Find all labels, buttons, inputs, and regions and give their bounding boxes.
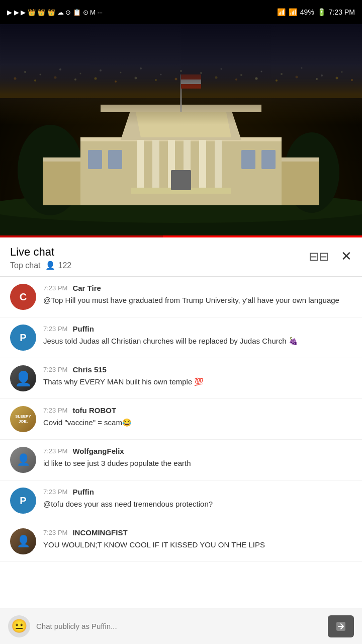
message-body: 7:23 PM Chris 515 Thats why EVERY MAN bu…: [43, 365, 352, 387]
clock: 7:23 PM: [329, 8, 355, 16]
message-meta: 7:23 PM Puffin: [43, 325, 352, 333]
status-bar: ▶ ▶ ▶ 👑 👑 👑 ☁ ⊙ 📋 ⊙ M ··· 📶 📶 49% 🔋 7:23…: [0, 0, 362, 24]
battery-icon: 🔋: [317, 8, 326, 16]
wifi-icon: 📶: [277, 8, 286, 16]
svg-rect-50: [152, 140, 159, 190]
video-progress-bar[interactable]: [0, 235, 362, 237]
message-text: @Top Hill you must have graduated from T…: [43, 295, 352, 305]
svg-rect-57: [108, 150, 122, 169]
message-text: YOU WOULDN;T KNOW COOL IF IT KISSED YOU …: [43, 539, 352, 550]
chat-message: P 7:23 PM Puffin @tofu does your ass nee…: [0, 480, 362, 521]
svg-rect-60: [171, 170, 191, 190]
avatar: 👤: [10, 447, 36, 473]
chat-message: SLEEPYJOE. 7:23 PM tofu ROBOT Covid "vac…: [0, 399, 362, 440]
message-body: 7:23 PM tofu ROBOT Covid "vaccine" = sca…: [43, 406, 352, 428]
message-time: 7:23 PM: [43, 325, 67, 333]
message-body: 7:23 PM WolfgangFelix id like to see jus…: [43, 447, 352, 468]
message-text: @tofu does your ass need tremendous prot…: [43, 499, 352, 509]
chat-messages-list: C 7:23 PM Car Tire @Top Hill you must ha…: [0, 277, 362, 602]
avatar: 👤: [10, 528, 36, 554]
message-meta: 7:23 PM WolfgangFelix: [43, 447, 352, 455]
message-body: 7:23 PM Puffin @tofu does your ass need …: [43, 488, 352, 509]
message-meta: 7:23 PM Puffin: [43, 488, 352, 496]
status-icons-left: ▶ ▶ ▶ 👑 👑 👑 ☁ ⊙ 📋 ⊙ M ···: [7, 9, 103, 16]
message-meta: 7:23 PM Car Tire: [43, 284, 352, 292]
message-text: Thats why EVERY MAN built his own temple…: [43, 376, 352, 387]
message-time: 7:23 PM: [43, 529, 67, 536]
avatar: P: [10, 488, 36, 514]
filter-settings-icon[interactable]: ⊟⊟: [309, 250, 329, 264]
svg-rect-58: [241, 150, 255, 169]
white-house-svg: [0, 24, 362, 235]
header-actions: ⊟⊟ ✕: [309, 249, 352, 264]
message-author: INCOMINGFIST: [72, 528, 127, 537]
message-author: Car Tire: [72, 284, 101, 292]
live-chat-header: Live chat Top chat 👤 122 ⊟⊟ ✕: [0, 237, 362, 277]
message-body: 7:23 PM INCOMINGFIST YOU WOULDN;T KNOW C…: [43, 528, 352, 550]
chat-message: 👤 7:23 PM WolfgangFelix id like to see j…: [0, 440, 362, 480]
chat-input[interactable]: [36, 615, 322, 637]
svg-rect-54: [215, 140, 222, 190]
avatar: P: [10, 325, 36, 351]
emoji-icon: 😐: [11, 618, 27, 634]
chat-message: C 7:23 PM Car Tire @Top Hill you must ha…: [0, 277, 362, 317]
battery-percent: 49%: [300, 8, 314, 16]
top-chat-row: Top chat 👤 122: [10, 261, 71, 270]
message-time: 7:23 PM: [43, 284, 67, 292]
message-time: 7:23 PM: [43, 488, 67, 496]
message-time: 7:23 PM: [43, 447, 67, 455]
message-author: Puffin: [72, 325, 94, 333]
status-info-right: 📶 📶 49% 🔋 7:23 PM: [277, 8, 355, 16]
avatar: SLEEPYJOE.: [10, 406, 36, 432]
top-chat-label[interactable]: Top chat: [10, 261, 40, 270]
message-author: tofu ROBOT: [72, 406, 116, 415]
svg-rect-59: [261, 150, 276, 169]
message-time: 7:23 PM: [43, 407, 67, 414]
message-text: Jesus told Judas all Christian churches …: [43, 336, 352, 346]
emoji-button[interactable]: 😐: [8, 615, 30, 637]
chat-input-bar: 😐: [0, 608, 362, 644]
svg-rect-67: [0, 24, 362, 125]
signal-icon: 📶: [289, 8, 297, 16]
message-meta: 7:23 PM tofu ROBOT: [43, 406, 352, 415]
video-frame: [0, 24, 362, 235]
message-author: Puffin: [72, 488, 94, 496]
close-chat-button[interactable]: ✕: [341, 249, 352, 264]
send-button[interactable]: [328, 615, 354, 637]
message-body: 7:23 PM Car Tire @Top Hill you must have…: [43, 284, 352, 305]
message-time: 7:23 PM: [43, 366, 67, 373]
message-text: id like to see just 3 dudes populate the…: [43, 458, 352, 468]
svg-rect-53: [199, 140, 206, 190]
chat-title-area: Live chat Top chat 👤 122: [10, 246, 71, 270]
send-icon: [335, 620, 347, 632]
chat-message: 👤 7:23 PM INCOMINGFIST YOU WOULDN;T KNOW…: [0, 521, 362, 562]
video-player[interactable]: [0, 24, 362, 235]
chat-message: 👤 7:23 PM Chris 515 Thats why EVERY MAN …: [0, 358, 362, 399]
message-meta: 7:23 PM INCOMINGFIST: [43, 528, 352, 537]
message-body: 7:23 PM Puffin Jesus told Judas all Chri…: [43, 325, 352, 346]
people-icon: 👤: [45, 261, 55, 270]
avatar: C: [10, 284, 36, 310]
viewer-number: 122: [58, 261, 71, 270]
svg-rect-56: [88, 150, 102, 169]
message-author: Chris 515: [72, 365, 107, 374]
viewer-count: 👤 122: [45, 261, 71, 270]
message-meta: 7:23 PM Chris 515: [43, 365, 352, 374]
svg-rect-49: [137, 140, 144, 190]
message-text: Covid "vaccine" = scam😂: [43, 417, 352, 428]
message-author: WolfgangFelix: [72, 447, 124, 455]
live-chat-title: Live chat: [10, 246, 71, 259]
avatar: 👤: [10, 365, 36, 391]
svg-point-66: [30, 198, 332, 213]
app-icons: ▶ ▶ ▶ 👑 👑 👑 ☁ ⊙ 📋 ⊙ M ···: [7, 9, 103, 16]
chat-message: P 7:23 PM Puffin Jesus told Judas all Ch…: [0, 317, 362, 358]
